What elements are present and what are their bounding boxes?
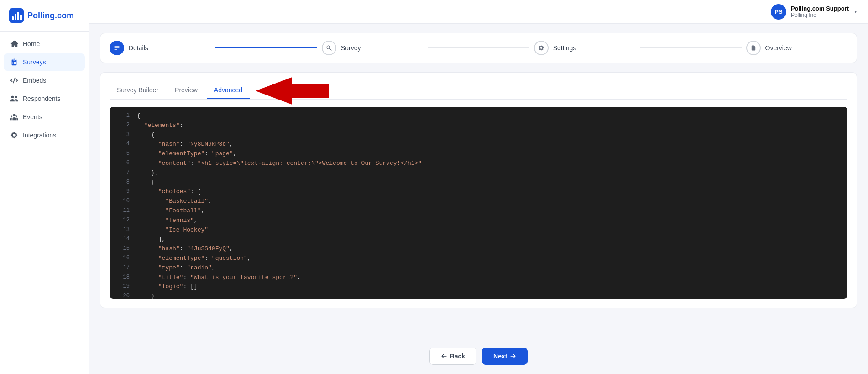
code-line: 11 "Football",: [110, 206, 847, 216]
user-org: Polling Inc: [791, 12, 849, 18]
code-editor[interactable]: 1{2 "elements": [3 {4 "hash": "Ny8DN9kP8…: [110, 107, 847, 299]
sidebar: Polling.com Home Surveys Embeds Re: [0, 0, 89, 374]
user-details: Polling.com Support Polling Inc: [791, 5, 849, 18]
back-label: Back: [450, 353, 465, 360]
logo-icon: [9, 8, 24, 23]
sidebar-item-embeds[interactable]: Embeds: [4, 72, 85, 89]
step-survey-label: Survey: [341, 44, 361, 52]
line-content: {: [137, 131, 840, 140]
line-number: 3: [117, 131, 130, 140]
line-number: 5: [117, 149, 130, 159]
integrations-icon: [10, 131, 18, 139]
step-survey-icon: [322, 41, 336, 55]
line-number: 18: [117, 273, 130, 283]
code-line: 2 "elements": [: [110, 121, 847, 131]
step-overview[interactable]: Overview: [746, 41, 847, 55]
line-content: {: [137, 111, 840, 121]
sidebar-item-home[interactable]: Home: [4, 35, 85, 53]
line-number: 12: [117, 216, 130, 226]
step-settings[interactable]: Settings: [534, 41, 635, 55]
line-number: 11: [117, 206, 130, 216]
embeds-icon: [10, 76, 18, 84]
home-icon: [10, 40, 18, 48]
line-content: "elementType": "page",: [137, 149, 840, 159]
next-label: Next: [493, 353, 507, 360]
line-content: ],: [137, 235, 840, 244]
content-area: Details Survey Settings: [89, 24, 868, 338]
tab-survey-builder[interactable]: Survey Builder: [110, 82, 166, 99]
line-number: 17: [117, 263, 130, 273]
chevron-down-icon: ▾: [854, 9, 857, 15]
code-line: 20 }: [110, 292, 847, 299]
line-number: 4: [117, 140, 130, 149]
svg-rect-3: [17, 12, 19, 20]
code-line: 8 {: [110, 178, 847, 188]
sidebar-item-events[interactable]: Events: [4, 108, 85, 126]
topbar: PS Polling.com Support Polling Inc ▾: [89, 0, 868, 24]
line-number: 14: [117, 235, 130, 244]
line-content: "logic": []: [137, 282, 840, 292]
sidebar-item-respondents[interactable]: Respondents: [4, 90, 85, 107]
line-content: "Basketball",: [137, 197, 840, 206]
code-line: 17 "type": "radio",: [110, 263, 847, 273]
next-arrow-icon: [510, 353, 516, 359]
code-line: 14 ],: [110, 235, 847, 244]
line-number: 10: [117, 197, 130, 206]
code-line: 13 "Ice Hockey": [110, 226, 847, 235]
line-number: 8: [117, 178, 130, 188]
svg-rect-4: [20, 15, 22, 20]
code-line: 12 "Tennis",: [110, 216, 847, 226]
sidebar-item-surveys[interactable]: Surveys: [4, 53, 85, 71]
line-number: 1: [117, 111, 130, 121]
line-content: "elements": [: [137, 121, 840, 131]
step-settings-label: Settings: [553, 44, 576, 52]
tab-preview[interactable]: Preview: [167, 82, 205, 99]
step-survey[interactable]: Survey: [322, 41, 423, 55]
main-content: PS Polling.com Support Polling Inc ▾ Det…: [89, 0, 868, 374]
step-details-icon: [110, 41, 124, 55]
step-settings-icon: [534, 41, 549, 55]
line-number: 13: [117, 226, 130, 235]
logo: Polling.com: [0, 0, 89, 32]
main-card: Survey Builder Preview Advanced 1{2 "ele…: [100, 72, 857, 308]
step-details[interactable]: Details: [110, 41, 211, 55]
brand-name: Polling.com: [27, 11, 74, 21]
line-content: "elementType": "question",: [137, 254, 840, 263]
sidebar-item-integrations-label: Integrations: [23, 132, 56, 139]
code-line: 10 "Basketball",: [110, 197, 847, 206]
line-number: 19: [117, 282, 130, 292]
sidebar-item-embeds-label: Embeds: [23, 77, 46, 84]
back-button[interactable]: Back: [429, 348, 476, 365]
steps-indicator: Details Survey Settings: [100, 33, 857, 63]
events-icon: [10, 113, 18, 121]
line-content: "title": "What is your favorite sport?",: [137, 273, 840, 283]
sidebar-item-home-label: Home: [23, 40, 40, 47]
code-line: 19 "logic": []: [110, 282, 847, 292]
line-number: 7: [117, 169, 130, 178]
step-line-1: [215, 47, 317, 48]
line-content: "hash": "Ny8DN9kP8b",: [137, 140, 840, 149]
line-content: "hash": "4JuSS40FyQ",: [137, 244, 840, 254]
next-button[interactable]: Next: [482, 348, 528, 365]
step-overview-icon: [746, 41, 761, 55]
code-line: 16 "elementType": "question",: [110, 254, 847, 263]
surveys-icon: [10, 58, 18, 66]
respondents-icon: [10, 95, 18, 103]
footer: Back Next: [89, 338, 868, 374]
code-line: 4 "hash": "Ny8DN9kP8b",: [110, 140, 847, 149]
line-content: "Football",: [137, 206, 840, 216]
step-line-3: [640, 47, 741, 48]
sidebar-item-integrations[interactable]: Integrations: [4, 126, 85, 144]
tab-advanced[interactable]: Advanced: [207, 82, 250, 99]
line-number: 15: [117, 244, 130, 254]
line-content: {: [137, 178, 840, 188]
user-menu[interactable]: PS Polling.com Support Polling Inc ▾: [771, 4, 857, 20]
sidebar-item-events-label: Events: [23, 113, 42, 121]
step-details-label: Details: [129, 44, 148, 52]
line-content: "content": "<h1 style=\"text-align: cent…: [137, 159, 840, 169]
line-content: "choices": [: [137, 187, 840, 197]
line-number: 16: [117, 254, 130, 263]
svg-rect-1: [12, 16, 14, 20]
tab-area: Survey Builder Preview Advanced: [110, 82, 847, 100]
avatar: PS: [771, 4, 786, 20]
